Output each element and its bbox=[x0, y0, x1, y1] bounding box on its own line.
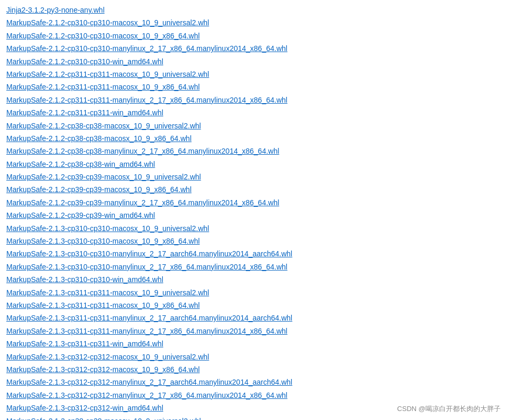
file-link[interactable]: MarkupSafe-2.1.2-cp38-cp38-manylinux_2_1… bbox=[6, 145, 501, 157]
file-link[interactable]: MarkupSafe-2.1.3-cp310-cp310-macosx_10_9… bbox=[6, 223, 501, 234]
file-link[interactable]: MarkupSafe-2.1.2-cp38-cp38-win_amd64.whl bbox=[6, 158, 501, 170]
file-link[interactable]: MarkupSafe-2.1.3-cp311-cp311-manylinux_2… bbox=[6, 312, 501, 324]
file-link[interactable]: MarkupSafe-2.1.3-cp311-cp311-macosx_10_9… bbox=[6, 287, 501, 298]
file-link[interactable]: MarkupSafe-2.1.2-cp39-cp39-macosx_10_9_u… bbox=[6, 171, 501, 183]
file-link[interactable]: MarkupSafe-2.1.3-cp38-cp38-macosx_10_9_u… bbox=[6, 415, 501, 421]
file-link[interactable]: MarkupSafe-2.1.2-cp38-cp38-macosx_10_9_x… bbox=[6, 133, 501, 144]
file-link[interactable]: Jinja2-3.1.2-py3-none-any.whl bbox=[6, 4, 501, 16]
file-link[interactable]: MarkupSafe-2.1.2-cp39-cp39-manylinux_2_1… bbox=[6, 197, 501, 208]
file-link[interactable]: MarkupSafe-2.1.2-cp311-cp311-macosx_10_9… bbox=[6, 81, 501, 93]
file-link[interactable]: MarkupSafe-2.1.2-cp39-cp39-win_amd64.whl bbox=[6, 209, 501, 221]
file-link[interactable]: MarkupSafe-2.1.2-cp38-cp38-macosx_10_9_u… bbox=[6, 120, 501, 132]
file-link[interactable]: MarkupSafe-2.1.3-cp310-cp310-win_amd64.w… bbox=[6, 274, 501, 285]
file-link-list: Jinja2-3.1.2-py3-none-any.whlMarkupSafe-… bbox=[6, 4, 501, 420]
file-link[interactable]: MarkupSafe-2.1.2-cp310-cp310-macosx_10_9… bbox=[6, 30, 501, 42]
file-link[interactable]: MarkupSafe-2.1.3-cp312-cp312-macosx_10_9… bbox=[6, 351, 501, 363]
file-link[interactable]: MarkupSafe-2.1.3-cp310-cp310-manylinux_2… bbox=[6, 248, 501, 259]
file-link[interactable]: MarkupSafe-2.1.2-cp311-cp311-win_amd64.w… bbox=[6, 107, 501, 118]
file-link[interactable]: MarkupSafe-2.1.3-cp312-cp312-macosx_10_9… bbox=[6, 364, 501, 375]
file-link[interactable]: MarkupSafe-2.1.2-cp39-cp39-macosx_10_9_x… bbox=[6, 184, 501, 195]
file-link[interactable]: MarkupSafe-2.1.2-cp311-cp311-macosx_10_9… bbox=[6, 68, 501, 80]
file-link[interactable]: MarkupSafe-2.1.3-cp312-cp312-manylinux_2… bbox=[6, 376, 501, 388]
file-link[interactable]: MarkupSafe-2.1.2-cp310-cp310-win_amd64.w… bbox=[6, 56, 501, 67]
file-link[interactable]: MarkupSafe-2.1.3-cp310-cp310-macosx_10_9… bbox=[6, 235, 501, 247]
file-link[interactable]: MarkupSafe-2.1.2-cp310-cp310-macosx_10_9… bbox=[6, 17, 501, 28]
file-link[interactable]: MarkupSafe-2.1.3-cp312-cp312-manylinux_2… bbox=[6, 389, 501, 401]
file-link[interactable]: MarkupSafe-2.1.2-cp311-cp311-manylinux_2… bbox=[6, 94, 501, 106]
file-link[interactable]: MarkupSafe-2.1.3-cp311-cp311-manylinux_2… bbox=[6, 325, 501, 337]
file-link[interactable]: MarkupSafe-2.1.2-cp310-cp310-manylinux_2… bbox=[6, 43, 501, 54]
file-link[interactable]: MarkupSafe-2.1.3-cp310-cp310-manylinux_2… bbox=[6, 261, 501, 273]
file-link[interactable]: MarkupSafe-2.1.3-cp311-cp311-win_amd64.w… bbox=[6, 338, 501, 349]
watermark: CSDN @喝凉白开都长肉的大胖子 bbox=[397, 404, 501, 414]
file-link[interactable]: MarkupSafe-2.1.3-cp311-cp311-macosx_10_9… bbox=[6, 299, 501, 311]
